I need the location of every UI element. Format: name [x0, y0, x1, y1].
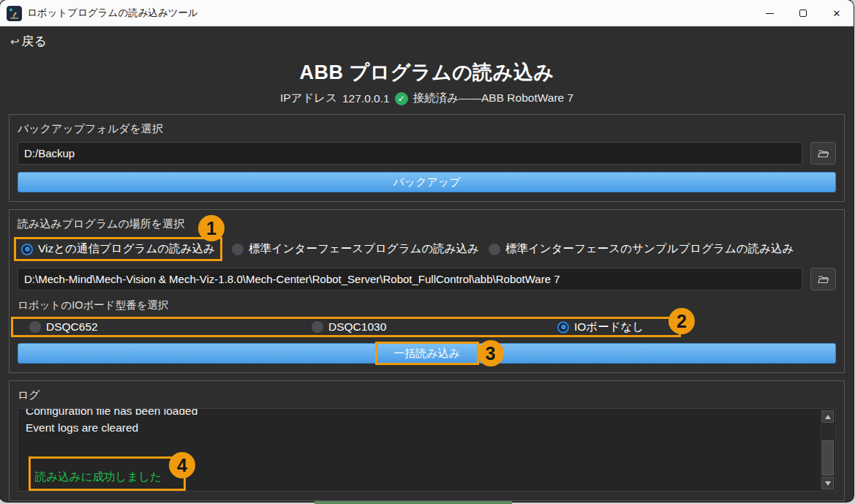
- backup-panel: バックアップフォルダを選択 バックアップ: [9, 114, 845, 202]
- radio-dsqc1030[interactable]: DSQC1030: [312, 320, 386, 334]
- annotation-badge-4: 4: [169, 452, 195, 478]
- log-line: [26, 436, 813, 453]
- maximize-icon: [799, 10, 807, 17]
- close-icon: ✕: [833, 9, 841, 18]
- radio-label: DSQC1030: [328, 320, 386, 334]
- ip-value: 127.0.0.1: [342, 92, 390, 105]
- program-panel: 読み込みプログラムの場所を選択 Vizとの通信プログラムの読み込み 1 標準イン…: [9, 209, 845, 373]
- connection-status: IPアドレス 127.0.0.1 ✓ 接続済み——ABB RobotWare 7: [0, 91, 854, 106]
- app-window: ロボットプログラムの読み込みツール ✕ ↩ 戻る ABB プログラムの読み込み …: [0, 0, 854, 502]
- io-board-options: DSQC652 DSQC1030 IOボードなし 2: [11, 317, 681, 337]
- folder-icon: [817, 274, 829, 285]
- radio-dsqc652[interactable]: DSQC652: [29, 320, 98, 334]
- program-location-label: 読み込みプログラムの場所を選択: [18, 217, 836, 231]
- radio-viz-program[interactable]: Vizとの通信プログラムの読み込み 1: [14, 237, 222, 261]
- program-path-row: [18, 268, 836, 290]
- back-button[interactable]: ↩ 戻る: [10, 33, 47, 50]
- radio-label: 標準インターフェースプログラムの読み込み: [249, 241, 479, 257]
- batch-load-button[interactable]: 一括読み込み: [18, 343, 836, 364]
- log-line: Event logs are cleared: [26, 419, 813, 436]
- back-label: 戻る: [22, 33, 47, 50]
- radio-label: IOボードなし: [574, 320, 644, 335]
- scroll-down-button[interactable]: [822, 477, 834, 489]
- radio-icon: [232, 244, 244, 255]
- load-button-row: 一括読み込み 3: [18, 343, 836, 364]
- page-title: ABB プログラムの読み込み: [0, 59, 854, 86]
- scrollbar-thumb[interactable]: [822, 440, 834, 475]
- taskbar-peek: [314, 501, 512, 504]
- backup-path-input[interactable]: [18, 142, 802, 165]
- backup-browse-button[interactable]: [810, 142, 836, 165]
- annotation-box-4: 読み込みに成功しました 4: [29, 456, 186, 491]
- maximize-button[interactable]: [786, 0, 820, 26]
- program-browse-button[interactable]: [810, 268, 836, 290]
- radio-no-io-board[interactable]: IOボードなし: [557, 320, 644, 335]
- radio-standard-interface-sample-program[interactable]: 標準インターフェースのサンプルプログラムの読み込み: [489, 241, 794, 257]
- radio-icon: [312, 321, 323, 333]
- annotation-badge-2: 2: [668, 308, 695, 334]
- close-button[interactable]: ✕: [820, 0, 854, 26]
- annotation-badge-1: 1: [198, 215, 225, 241]
- backup-path-row: [18, 142, 836, 165]
- program-location-options: Vizとの通信プログラムの読み込み 1 標準インターフェースプログラムの読み込み…: [18, 237, 836, 261]
- log-scrollbar[interactable]: [821, 410, 835, 490]
- log-output[interactable]: Configuration file has been loaded Event…: [18, 408, 836, 492]
- arrow-down-icon: [825, 481, 831, 486]
- status-text: 接続済み——ABB RobotWare 7: [413, 91, 573, 106]
- connected-check-icon: ✓: [395, 92, 408, 105]
- log-panel: ログ Configuration file has been loaded Ev…: [9, 380, 845, 501]
- io-board-label: ロボットのIOボード型番を選択: [18, 298, 836, 312]
- radio-icon: [29, 321, 41, 333]
- radio-icon: [21, 244, 33, 255]
- radio-icon: [489, 244, 500, 255]
- log-line: Configuration file has been loaded: [26, 408, 813, 419]
- scroll-up-button[interactable]: [822, 410, 834, 423]
- radio-label: Vizとの通信プログラムの読み込み: [38, 241, 215, 257]
- ip-label: IPアドレス: [280, 91, 337, 106]
- backup-button[interactable]: バックアップ: [18, 172, 836, 192]
- radio-label: DSQC652: [46, 320, 98, 334]
- back-arrow-icon: ↩: [10, 35, 20, 48]
- minimize-icon: [766, 13, 774, 14]
- annotation-badge-3: 3: [478, 340, 504, 366]
- radio-standard-interface-program[interactable]: 標準インターフェースプログラムの読み込み: [232, 241, 479, 257]
- folder-icon: [817, 148, 829, 159]
- log-label: ログ: [18, 388, 836, 402]
- program-path-input[interactable]: [18, 268, 802, 290]
- window-title: ロボットプログラムの読み込みツール: [27, 7, 753, 20]
- window-controls: ✕: [753, 0, 854, 26]
- main-content: ↩ 戻る ABB プログラムの読み込み IPアドレス 127.0.0.1 ✓ 接…: [0, 26, 854, 501]
- title-bar: ロボットプログラムの読み込みツール ✕: [0, 0, 854, 26]
- arrow-up-icon: [825, 415, 831, 419]
- log-success-message: 読み込みに成功しました: [35, 470, 162, 483]
- minimize-button[interactable]: [753, 0, 786, 26]
- radio-label: 標準インターフェースのサンプルプログラムの読み込み: [505, 241, 794, 257]
- app-logo-icon: [7, 6, 22, 21]
- radio-icon: [557, 321, 569, 333]
- backup-folder-label: バックアップフォルダを選択: [18, 122, 836, 136]
